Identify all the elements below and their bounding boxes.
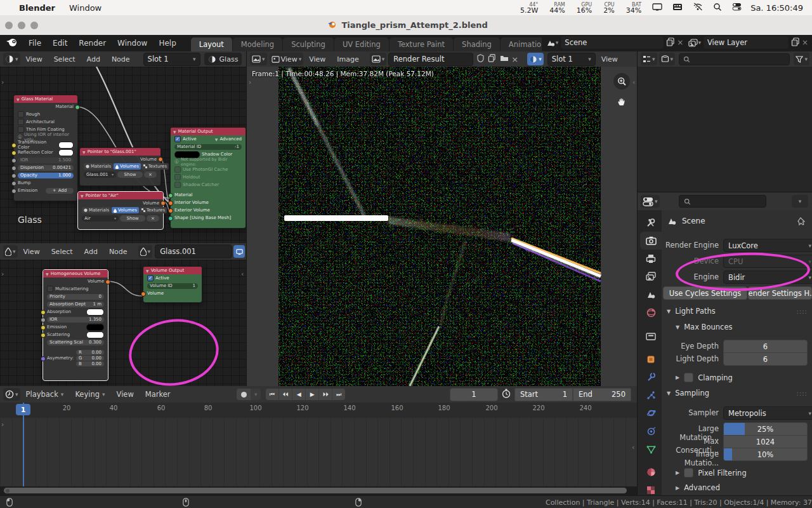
workspace-tab-uv-editing[interactable]: UV Editing <box>334 37 389 51</box>
holdout-checkbox[interactable] <box>174 174 181 180</box>
volume-input-socket[interactable] <box>141 291 146 297</box>
image-editor-viewport[interactable]: Frame:1 | Time:00:48.26 | Mem:37.82M (Pe… <box>247 67 638 386</box>
unlink-scene-icon[interactable]: × <box>677 38 683 47</box>
tab-particles[interactable] <box>640 387 662 404</box>
editor-type-shader-icon[interactable]: ▾ <box>3 53 20 65</box>
menu-window[interactable]: Window <box>69 3 102 13</box>
tab-constraints[interactable] <box>640 422 662 439</box>
image-menu-image[interactable]: Image <box>331 55 364 64</box>
image-mutation-slider[interactable]: 10% <box>723 448 808 461</box>
display-mode-icon[interactable]: ▾ <box>659 53 676 65</box>
control-center-icon[interactable] <box>732 3 742 13</box>
materials-tab[interactable]: Materials <box>84 163 113 170</box>
rough-checkbox[interactable] <box>18 111 24 117</box>
workspace-tab-animation[interactable]: Animation <box>501 37 542 51</box>
absorption-depth-field[interactable]: Absorption Dept1 m <box>47 302 104 307</box>
volume-icon[interactable]: ▾ <box>138 245 153 258</box>
pan-gizmo[interactable] <box>613 93 630 110</box>
render-slot-dropdown[interactable]: Slot 1▾ <box>547 53 596 66</box>
prev-keyframe-button[interactable]: ⏴⏴ <box>279 389 292 400</box>
tab-tool[interactable] <box>640 214 662 231</box>
sampling-section[interactable]: ▼Sampling:::: <box>667 389 808 398</box>
architectural-checkbox[interactable] <box>18 119 24 125</box>
properties-options-dropdown[interactable]: ▾ <box>792 195 808 208</box>
reflection-socket[interactable] <box>11 150 16 156</box>
large-mutation-slider[interactable]: 25% <box>723 422 808 436</box>
timeline-ruler[interactable]: 20 40 60 80 100 120 140 160 180 200 220 … <box>0 403 638 418</box>
ior-field[interactable]: IOR1.350 <box>47 317 104 323</box>
spotlight-search-icon[interactable] <box>713 3 722 13</box>
menu-file[interactable]: File <box>23 39 47 48</box>
jump-to-start-button[interactable]: ⏮ <box>266 389 279 400</box>
node-volume-output[interactable]: ▼Volume Output ✓Active Volume ID1 Volume <box>143 266 202 303</box>
filter-funnel-icon[interactable]: ▾ <box>794 53 809 65</box>
properties-search-input[interactable] <box>679 195 766 208</box>
editor-divider[interactable] <box>246 51 247 386</box>
tab-world[interactable] <box>640 304 662 321</box>
render-engine-dropdown[interactable]: LuxCore▾ <box>723 239 812 252</box>
textures-tab[interactable]: Textures <box>140 207 167 213</box>
volume-output-socket[interactable] <box>105 279 110 284</box>
materials-tab[interactable]: Materials <box>82 207 111 213</box>
volume-output-socket[interactable] <box>160 201 166 206</box>
asymmetry-g-field[interactable]: G0.00 <box>76 356 104 361</box>
outliner-search-input[interactable] <box>679 53 790 65</box>
editor-type-properties-icon[interactable]: ▾ <box>641 195 660 208</box>
auto-keying-button[interactable] <box>237 389 251 400</box>
show-button[interactable]: Show <box>117 171 143 178</box>
volume-output-socket[interactable] <box>158 157 163 162</box>
workspace-tab-sculpting[interactable]: Sculpting <box>283 37 334 51</box>
node-header[interactable]: ▼Pointer to "Glass.001" <box>80 148 160 156</box>
volumes-tab[interactable]: Volumes <box>114 163 141 170</box>
unlink-image-icon[interactable]: × <box>511 55 518 64</box>
render-settings-button[interactable]: Render Settings H... <box>748 286 812 300</box>
image-datablock-name[interactable]: Render Result <box>388 53 473 66</box>
add-view-layer-icon[interactable] <box>791 37 800 49</box>
close-button[interactable]: × <box>144 171 157 178</box>
timeline-menu-marker[interactable]: Marker <box>140 390 176 399</box>
view-layer-selector[interactable]: View Layer <box>703 36 789 50</box>
emission-add-button[interactable]: +Add <box>46 188 74 194</box>
ior-socket[interactable] <box>11 158 16 163</box>
view-layer-icon[interactable]: ▾ <box>688 39 701 47</box>
reflection-color-swatch[interactable] <box>58 149 74 156</box>
multiscattering-checkbox[interactable] <box>47 286 53 292</box>
light-depth-field[interactable]: 6 <box>723 352 808 366</box>
image-browse-icon[interactable]: ▾ <box>370 53 387 65</box>
shader2-menu-select[interactable]: Select <box>46 248 79 256</box>
thin-film-checkbox[interactable] <box>18 126 24 133</box>
current-frame-field[interactable]: 1 <box>450 388 498 401</box>
timeline-scrollbar[interactable] <box>4 488 627 493</box>
material-slot-dropdown[interactable]: Slot 1▾ <box>143 53 200 66</box>
bump-socket[interactable] <box>11 181 16 186</box>
stopwatch-icon[interactable] <box>502 389 511 400</box>
fake-user-toggle[interactable] <box>233 245 245 258</box>
editor-type-timeline-icon[interactable]: ▾ <box>3 388 20 401</box>
scattering-color-swatch[interactable] <box>86 331 104 338</box>
dispersion-field[interactable]: Dispersion0.00421 <box>18 165 74 171</box>
wifi-off-icon[interactable] <box>693 3 703 13</box>
shader-menu-view[interactable]: View <box>20 55 48 64</box>
shader-menu-node[interactable]: Node <box>106 55 136 64</box>
node-pointer-glass[interactable]: ▼Pointer to "Glass.001" Volume Materials… <box>79 147 161 186</box>
shader-menu-select[interactable]: Select <box>48 55 81 64</box>
blender-logo-icon[interactable] <box>6 37 18 50</box>
sampler-dropdown[interactable]: Metropolis▾ <box>723 406 812 420</box>
remove-view-layer-icon[interactable]: × <box>802 38 808 47</box>
app-menu-blender[interactable]: Blender <box>19 3 55 13</box>
timeline-tracks[interactable]: › ‹ <box>0 418 638 486</box>
pixel-filtering-checkbox[interactable] <box>684 468 693 478</box>
ior-socket[interactable] <box>41 318 46 323</box>
active-checkbox[interactable]: ✓ <box>147 275 154 281</box>
new-scene-icon[interactable] <box>666 37 675 49</box>
emission-socket[interactable] <box>11 189 16 194</box>
current-frame-badge[interactable]: 1 <box>16 404 30 415</box>
menu-render[interactable]: Render <box>73 39 112 48</box>
volume-datablock-name[interactable]: Glass.001 <box>155 244 232 258</box>
asymmetry-b-field[interactable]: B0.00 <box>76 361 104 366</box>
shadow-catcher-checkbox[interactable] <box>174 182 181 188</box>
timeline-menu-keying[interactable]: Keying▾ <box>69 390 110 399</box>
shader2-menu-node[interactable]: Node <box>103 248 133 256</box>
menu-edit[interactable]: Edit <box>47 39 73 48</box>
node-glass-material[interactable]: ▼Glass Material Material Rough Architect… <box>13 95 78 201</box>
